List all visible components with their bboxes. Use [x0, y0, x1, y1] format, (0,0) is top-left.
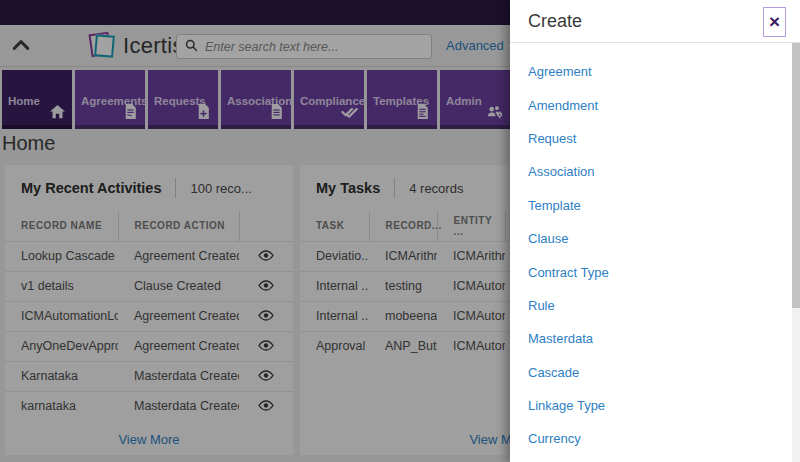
- create-option-request[interactable]: Request: [510, 122, 792, 155]
- create-option-currency[interactable]: Currency: [510, 422, 792, 455]
- scrollbar-track[interactable]: [792, 43, 800, 462]
- create-option-cascade[interactable]: Cascade: [510, 356, 792, 389]
- create-options-list: Agreement Amendment Request Association …: [510, 43, 792, 462]
- create-option-clause[interactable]: Clause: [510, 222, 792, 255]
- create-option-agreement[interactable]: Agreement: [510, 55, 792, 88]
- icertis-app-screen: Icertis Advanced Home Agreements Request…: [0, 0, 800, 462]
- create-option-contract-type[interactable]: Contract Type: [510, 255, 792, 288]
- create-option-rule[interactable]: Rule: [510, 289, 792, 322]
- create-panel: Create × Agreement Amendment Request Ass…: [510, 0, 800, 462]
- close-icon[interactable]: ×: [763, 7, 786, 37]
- create-option-masterdata[interactable]: Masterdata: [510, 322, 792, 355]
- create-option-template[interactable]: Template: [510, 189, 792, 222]
- scrollbar-thumb[interactable]: [792, 43, 800, 308]
- create-option-association[interactable]: Association: [510, 155, 792, 188]
- create-option-linkage-type[interactable]: Linkage Type: [510, 389, 792, 422]
- create-panel-header: Create ×: [510, 0, 800, 43]
- create-panel-title: Create: [528, 11, 582, 32]
- create-option-amendment[interactable]: Amendment: [510, 88, 792, 121]
